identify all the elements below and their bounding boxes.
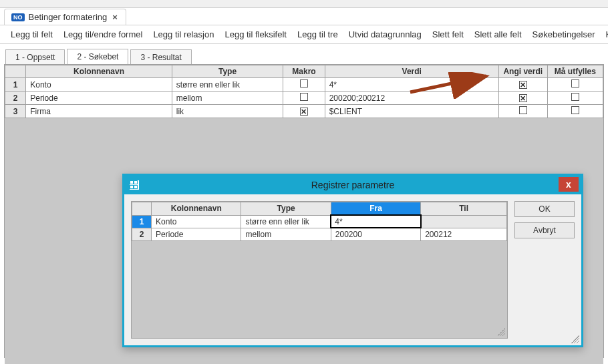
menu-kolonneformat[interactable]: Kolonneformat (601, 27, 608, 42)
cell-type[interactable]: større enn eller lik (241, 215, 331, 228)
tab-oppsett[interactable]: 1 - Oppsett (5, 49, 65, 65)
cell-type[interactable]: mellom (241, 228, 331, 241)
col-header-makro[interactable]: Makro (283, 65, 325, 78)
table-row[interactable]: 1Kontostørre enn eller lik4* (132, 215, 507, 228)
checkbox-icon[interactable] (571, 93, 579, 101)
cell-fra[interactable]: 4* (331, 215, 420, 228)
dialog-titlebar[interactable]: Registrer parametre x (124, 176, 581, 194)
cell-makro[interactable]: ✕ (283, 105, 325, 118)
menu-sokebetingelser[interactable]: Søkebetingelser (527, 27, 601, 42)
cell-angi-verdi[interactable]: ✕ (498, 78, 547, 92)
checkbox-icon[interactable] (571, 79, 579, 87)
dcol-header-kolonnenavn[interactable]: Kolonnenavn (152, 202, 241, 216)
dcol-header-type[interactable]: Type (241, 202, 331, 216)
tab-sokebet[interactable]: 2 - Søkebet (67, 49, 128, 65)
row-number[interactable]: 3 (5, 105, 26, 118)
checkbox-icon[interactable]: ✕ (519, 94, 527, 102)
menu-bar: Legg til felt Legg til/endre formel Legg… (0, 25, 608, 44)
cell-fra[interactable]: 200200 (331, 228, 420, 241)
cell-kolonnenavn[interactable]: Konto (26, 78, 172, 92)
resize-grip-icon[interactable] (497, 328, 505, 336)
row-number[interactable]: 2 (132, 228, 152, 241)
row-number[interactable]: 1 (5, 78, 26, 92)
cell-type[interactable]: lik (172, 105, 283, 118)
checkbox-icon[interactable] (519, 106, 527, 114)
document-tab-row: NO Betinger formatering × (0, 8, 608, 25)
cell-verdi[interactable]: 4* (325, 78, 498, 92)
cell-type[interactable]: mellom (172, 92, 283, 105)
checkbox-icon[interactable]: ✕ (300, 108, 308, 116)
table-row[interactable]: 3Firmalik✕$CLIENT (5, 105, 603, 118)
row-number[interactable]: 1 (132, 215, 152, 228)
cell-type[interactable]: større enn eller lik (172, 78, 283, 92)
table-row[interactable]: 2Periodemellom200200200212 (132, 228, 507, 241)
row-number[interactable]: 2 (5, 92, 26, 105)
dialog-resize-grip-icon[interactable] (571, 335, 579, 343)
col-header-kolonnenavn[interactable]: Kolonnenavn (26, 65, 172, 78)
dcol-header-rownum[interactable] (132, 202, 152, 216)
dcol-header-fra[interactable]: Fra (331, 202, 420, 216)
menu-slett-felt[interactable]: Slett felt (427, 27, 469, 42)
col-header-maa-utfylles[interactable]: Må utfylles (547, 65, 603, 78)
doc-tab-badge: NO (11, 13, 25, 21)
dialog-grid[interactable]: Kolonnenavn Type Fra Til 1Kontostørre en… (132, 202, 507, 241)
cell-verdi[interactable]: 200200;200212 (325, 92, 498, 105)
cell-kolonnenavn[interactable]: Konto (152, 215, 241, 228)
menu-legg-til-relasjon[interactable]: Legg til relasjon (148, 27, 219, 42)
close-icon[interactable]: × (111, 12, 119, 22)
cell-makro[interactable] (283, 92, 325, 105)
search-grid[interactable]: Kolonnenavn Type Makro Verdi Angi verdi … (5, 65, 603, 118)
doc-tab-title: Betinger formatering (29, 12, 108, 22)
menu-utvid-datagrunnlag[interactable]: Utvid datagrunnlag (343, 27, 427, 42)
table-row[interactable]: 1Kontostørre enn eller lik4*✕ (5, 78, 603, 92)
cell-angi-verdi[interactable] (498, 105, 547, 118)
dcol-header-til[interactable]: Til (421, 202, 507, 216)
cell-til[interactable] (421, 215, 507, 228)
toolbar-strip (0, 0, 608, 8)
cell-verdi[interactable]: $CLIENT (325, 105, 498, 118)
cell-kolonnenavn[interactable]: Periode (26, 92, 172, 105)
cell-kolonnenavn[interactable]: Firma (26, 105, 172, 118)
cell-angi-verdi[interactable]: ✕ (498, 92, 547, 105)
document-tab[interactable]: NO Betinger formatering × (4, 9, 126, 25)
cell-maa-utfylles[interactable] (547, 92, 603, 105)
col-header-rownum[interactable] (5, 65, 26, 78)
checkbox-icon[interactable]: ✕ (519, 81, 527, 89)
checkbox-icon[interactable] (300, 93, 308, 101)
cell-maa-utfylles[interactable] (547, 105, 603, 118)
cell-makro[interactable] (283, 78, 325, 92)
cell-kolonnenavn[interactable]: Periode (152, 228, 241, 241)
col-header-type[interactable]: Type (172, 65, 283, 78)
menu-legg-til-tre[interactable]: Legg til tre (292, 27, 343, 42)
window-icon (130, 180, 139, 190)
menu-legg-til-fleksifelt[interactable]: Legg til fleksifelt (219, 27, 292, 42)
checkbox-icon[interactable] (300, 79, 308, 87)
ok-button[interactable]: OK (514, 201, 575, 217)
dialog-grid-wrapper: Kolonnenavn Type Fra Til 1Kontostørre en… (131, 201, 508, 339)
dialog-title-text: Registrer parametre (311, 180, 395, 190)
col-header-angi-verdi[interactable]: Angi verdi (498, 65, 547, 78)
table-row[interactable]: 2Periodemellom200200;200212✕ (5, 92, 603, 105)
menu-legg-til-endre-formel[interactable]: Legg til/endre formel (58, 27, 148, 42)
register-parameters-dialog: Registrer parametre x Kolonnenavn Type F… (122, 174, 583, 347)
menu-slett-alle-felt[interactable]: Slett alle felt (469, 27, 527, 42)
checkbox-icon[interactable] (571, 106, 579, 114)
col-header-verdi[interactable]: Verdi (325, 65, 498, 78)
cell-til[interactable]: 200212 (421, 228, 507, 241)
dialog-button-column: OK Avbryt (514, 201, 575, 339)
tab-resultat[interactable]: 3 - Resultat (130, 49, 191, 65)
sub-tab-row: 1 - Oppsett 2 - Søkebet 3 - Resultat (0, 47, 608, 64)
menu-legg-til-felt[interactable]: Legg til felt (5, 27, 58, 42)
cancel-button[interactable]: Avbryt (514, 222, 575, 238)
dialog-close-button[interactable]: x (559, 177, 579, 192)
cell-maa-utfylles[interactable] (547, 78, 603, 92)
